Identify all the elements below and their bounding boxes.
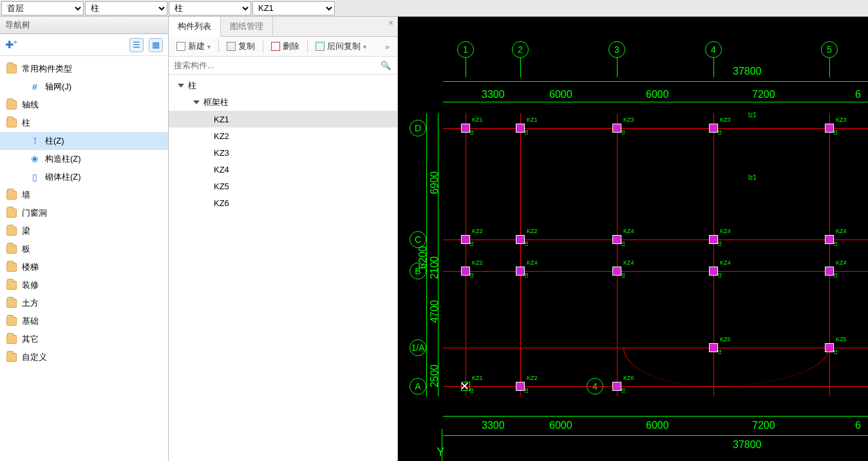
nav-item-梁[interactable]: 梁: [0, 222, 168, 240]
list-item[interactable]: KZ3: [169, 144, 397, 161]
add-icon[interactable]: ✚+: [5, 39, 17, 51]
floor-copy-icon: [316, 42, 325, 51]
column-marker: [516, 267, 525, 276]
nav-item-label: 梁: [22, 225, 30, 237]
nav-item-轴线[interactable]: 轴线: [0, 96, 168, 114]
copy-button[interactable]: 复制: [223, 39, 259, 53]
nav-tree-title: 导航树: [0, 17, 168, 34]
column-label: KZ4: [720, 259, 731, 266]
nav-item-label: 墙: [22, 189, 30, 201]
column-marker: [461, 267, 470, 276]
column-label: KZ4: [527, 259, 538, 266]
column-label: KZ5: [720, 336, 731, 343]
tab-component-list[interactable]: 构件列表: [169, 17, 221, 37]
dim-bottom: 3300: [482, 420, 505, 431]
nav-item-装修[interactable]: 装修: [0, 276, 168, 294]
grid-vline: [520, 113, 521, 397]
search-input[interactable]: [169, 57, 374, 74]
nav-item-柱(Z)[interactable]: ⊺柱(Z): [0, 132, 168, 150]
nav-item-门窗洞[interactable]: 门窗洞: [0, 204, 168, 222]
new-button[interactable]: 新建▾: [173, 39, 214, 53]
leaf-icon: ⊺: [30, 136, 40, 146]
component-list[interactable]: 柱框架柱KZ1KZ2KZ3KZ4KZ5KZ6: [169, 75, 397, 214]
floor-copy-label: 层间复制: [327, 41, 361, 52]
view-list-icon[interactable]: ☰: [129, 38, 144, 52]
column-label: KZ4: [720, 228, 731, 234]
nav-item-板[interactable]: 板: [0, 240, 168, 258]
nav-item-砌体柱(Z)[interactable]: ▯砌体柱(Z): [0, 168, 168, 186]
rebar-icon: ⠿: [717, 241, 722, 248]
nav-item-label: 轴线: [22, 99, 39, 111]
column-label: KZ4: [836, 259, 847, 266]
dim-bottom: 7200: [752, 420, 775, 431]
nav-item-墙[interactable]: 墙: [0, 186, 168, 204]
column-label: KZ6: [623, 375, 634, 381]
list-item[interactable]: KZ6: [169, 194, 397, 211]
grid-vline: [829, 113, 830, 397]
cad-canvas[interactable]: 123453780033006000600072006DCB1/AA469002…: [398, 17, 868, 461]
copy-icon: [227, 42, 236, 51]
dim-bottom: 6: [855, 420, 861, 431]
list-item[interactable]: KZ4: [169, 161, 397, 178]
dim-top: 6000: [646, 89, 669, 100]
column-label: KZ3: [720, 117, 731, 123]
component-toolbar: 新建▾ 复制 删除 层间复制▾ »: [169, 37, 397, 57]
more-button[interactable]: »: [381, 42, 393, 52]
category1-select[interactable]: 柱: [85, 1, 167, 15]
list-item[interactable]: KZ1: [169, 111, 397, 127]
dim-line: [438, 113, 439, 397]
grid-bubble: 4: [705, 41, 722, 58]
delete-button[interactable]: 删除: [267, 39, 303, 53]
nav-item-label: 其它: [22, 334, 39, 345]
nav-tree-toolbar: ✚+ ☰ ▦: [0, 34, 168, 56]
column-marker: [825, 235, 834, 244]
nav-item-构造柱(Z)[interactable]: ❀构造柱(Z): [0, 150, 168, 168]
component-panel: × 构件列表 图纸管理 新建▾ 复制 删除 层间复制▾ » 🔍 柱框架柱KZ1K…: [169, 17, 398, 461]
view-grid-icon[interactable]: ▦: [149, 38, 163, 52]
nav-item-基础[interactable]: 基础: [0, 312, 168, 330]
column-label: KZ4: [623, 228, 634, 234]
nav-item-柱[interactable]: 柱: [0, 114, 168, 132]
nav-item-土方[interactable]: 土方: [0, 294, 168, 312]
nav-item-常用构件类型[interactable]: 常用构件类型: [0, 60, 168, 78]
nav-tree[interactable]: 常用构件类型#轴网(J)轴线柱⊺柱(Z)❀构造柱(Z)▯砌体柱(Z)墙门窗洞梁板…: [0, 56, 168, 370]
grid-vline: [466, 113, 466, 397]
search-icon[interactable]: 🔍: [374, 61, 397, 70]
column-label: KZ4: [623, 259, 634, 266]
item-select[interactable]: KZ1: [252, 1, 335, 15]
dim-line: [443, 435, 868, 436]
nav-item-楼梯[interactable]: 楼梯: [0, 258, 168, 276]
rebar-icon: ⠿: [833, 129, 838, 136]
category2-select[interactable]: 柱: [169, 1, 251, 15]
list-item[interactable]: KZ5: [169, 178, 397, 194]
rebar-icon: ⠿: [469, 272, 474, 279]
nav-item-轴网(J)[interactable]: #轴网(J): [0, 78, 168, 96]
folder-icon: [6, 317, 17, 326]
close-icon[interactable]: ×: [388, 18, 393, 28]
floor-copy-button[interactable]: 层间复制▾: [312, 39, 370, 53]
component-tabs: 构件列表 图纸管理: [169, 17, 397, 37]
nav-item-自定义[interactable]: 自定义: [0, 348, 168, 366]
annot: lz1: [748, 111, 757, 118]
nav-item-其它[interactable]: 其它: [0, 330, 168, 348]
grid-hline: [443, 240, 868, 240]
nav-item-label: 门窗洞: [22, 207, 47, 219]
column-label: KZ2: [472, 259, 483, 266]
list-item[interactable]: 框架柱: [169, 94, 397, 111]
rebar-icon: ⠿: [469, 388, 474, 395]
list-item[interactable]: KZ2: [169, 127, 397, 144]
tab-drawing-manage[interactable]: 图纸管理: [221, 17, 273, 36]
leaf-icon: ❀: [30, 154, 40, 164]
grid-stub: [829, 58, 830, 77]
folder-icon: [6, 263, 17, 272]
list-item[interactable]: 柱: [169, 77, 397, 94]
dim-left: 6200: [417, 246, 429, 269]
column-marker: [516, 382, 525, 391]
rebar-icon: ⠿: [621, 129, 625, 136]
nav-item-label: 常用构件类型: [22, 63, 72, 75]
rebar-icon: ⠿: [833, 241, 838, 248]
floor-select[interactable]: 首层: [1, 1, 84, 15]
rebar-icon: ⠿: [524, 241, 529, 248]
nav-item-label: 轴网(J): [45, 81, 71, 93]
grid-vline: [617, 113, 618, 397]
